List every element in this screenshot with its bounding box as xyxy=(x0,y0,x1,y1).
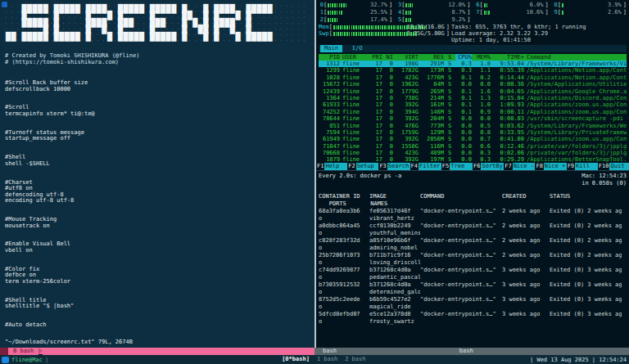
cell-s: S xyxy=(446,61,453,67)
cell-image: b371268c4d0a xyxy=(369,267,420,274)
cell-command: /Applications/Notion.app/Conten xyxy=(527,74,627,81)
cell-pid: 1299 xyxy=(319,67,340,74)
process-row[interactable]: 15672 fline 17 0 1962G 84M S 0.0 0.0 0:0… xyxy=(319,81,627,88)
htop-tab[interactable]: Main xyxy=(320,45,342,52)
caption-active-window[interactable]: 0 bash xyxy=(8,348,38,355)
process-table-header[interactable]: PID USER PRI NI VIRT RES S CPU% MEM% TIM… xyxy=(319,54,627,61)
uptime-line: Uptime: 1 day, 01:41:50 xyxy=(451,37,627,43)
process-row[interactable]: 70668 fline 17 0 423G 489M S 0.0 0.3 0:0… xyxy=(319,150,627,156)
col-pri[interactable]: PRI xyxy=(371,54,382,61)
col-pid[interactable]: PID xyxy=(319,54,340,61)
cpu-meter: 7[10.6%] xyxy=(475,9,549,16)
process-row[interactable]: 1028 fline 17 0 423G 1776M S 0.1 0.2 0:1… xyxy=(319,74,627,81)
cell-user: fline xyxy=(342,129,369,136)
htop-pane[interactable]: 0[32.7%] 3[12.0%] 6[6.0%] 8[3.9%] 1[25.5… xyxy=(316,0,629,170)
cell-status: Exited (0) 2 weeks ago xyxy=(550,252,622,259)
cell-cpu: 0.0 xyxy=(455,123,472,129)
cell-virt: 1759G xyxy=(396,129,419,136)
caption-window-2[interactable]: bash xyxy=(459,348,473,355)
cell-user: fline xyxy=(342,150,369,156)
fkey-button[interactable]: F9Kill xyxy=(567,163,598,170)
docker-watch-pane[interactable]: Every 2.0s: docker ps -a Mac: 12:54:23 i… xyxy=(316,171,629,348)
col-user[interactable]: USER xyxy=(342,54,369,61)
caption-left-region[interactable]: 0 bash xyxy=(0,348,314,355)
cell-res: 146M xyxy=(421,109,444,115)
process-row[interactable]: 7594 fline 17 0 1759G 129M S 0.0 0.8 0:3… xyxy=(319,129,627,136)
process-row[interactable]: 74252 fline 17 0 394G 146M S 0.1 0.9 0:0… xyxy=(319,109,627,115)
process-row[interactable]: 71047 fline 17 0 1550G 116M S 0.0 0.6 0:… xyxy=(319,143,627,150)
cell-pri: 17 xyxy=(371,123,382,129)
screenrc-ascii-banner: █████ █████ ████ █████ █████ █ █ ████ ██… xyxy=(3,3,310,43)
cell-pri: 17 xyxy=(371,109,382,115)
cell-res: 2856M xyxy=(421,136,444,142)
cell-created: 3 weeks ago xyxy=(502,311,550,318)
fkey-button[interactable]: F2Setup xyxy=(347,163,378,170)
caption-right-region[interactable]: bash bash xyxy=(314,348,629,355)
fkey-label: SortBy xyxy=(481,163,504,170)
cell-status: Exited (0) 3 weeks ago xyxy=(550,296,622,303)
process-row[interactable]: 12439 fline 17 0 1779G 265M S 0.1 1.6 0:… xyxy=(319,88,627,95)
cell-s: S xyxy=(446,67,453,74)
cell-virt: 423G xyxy=(396,74,419,81)
cell-command: /Applications/Discord.app/Conte xyxy=(527,95,627,101)
cell-s: S xyxy=(446,150,453,156)
htop-tab[interactable]: I/O xyxy=(348,45,367,52)
fkey-button[interactable]: F10Quit xyxy=(598,163,629,170)
process-row[interactable]: 1364 fline 17 0 738G 214M S 0.1 1.3 0:15… xyxy=(319,95,627,101)
cell-pid: 1364 xyxy=(319,95,340,101)
window-tab[interactable]: 1 bash xyxy=(317,355,337,364)
cell-status: Exited (0) 2 weeks ago xyxy=(550,222,622,230)
col-s[interactable]: S xyxy=(446,54,453,61)
col-cpu-sort[interactable]: CPU% xyxy=(455,54,472,61)
col-mem[interactable]: MEM% xyxy=(474,54,491,61)
fkey-button[interactable]: F6SortBy xyxy=(473,163,504,170)
window-tab[interactable]: 2 bash xyxy=(345,355,365,364)
cell-res: 773M xyxy=(421,123,444,129)
process-row[interactable]: 851 fline 17 0 476G 773M S 0.0 0.5 0:03.… xyxy=(319,123,627,129)
session-icon xyxy=(2,357,9,363)
cell-pri: 17 xyxy=(371,101,382,108)
process-row[interactable]: 1312 fline 17 0 198G 291M S 0.3 1.8 9:53… xyxy=(319,61,627,67)
cell-image: b6b59c4527e2 xyxy=(369,296,420,303)
cpu-meter: 3[12.0%] xyxy=(396,2,470,8)
fkey-button[interactable]: F8Nice + xyxy=(535,163,566,170)
fkey-button[interactable]: F7Nice - xyxy=(504,163,535,170)
cpu-meter: 4[8.7%] xyxy=(396,9,470,16)
fkey-button[interactable]: F1Help xyxy=(316,163,347,170)
col-virt[interactable]: VIRT xyxy=(396,54,419,61)
window-tab[interactable]: [0*bash] xyxy=(282,355,310,364)
fkey-button[interactable]: F5Tree xyxy=(441,163,473,170)
cpu-meter: 2[17.4%] xyxy=(319,16,392,23)
cell-ni: 0 xyxy=(385,115,393,122)
cell-mem: 0.0 xyxy=(474,81,491,88)
cell-user: fline xyxy=(342,88,369,95)
credit-block: # Created by Tomoki SHISHIKURA (@fline)#… xyxy=(5,52,139,65)
process-table[interactable]: 1312 fline 17 0 198G 291M S 0.3 1.8 9:53… xyxy=(319,61,627,164)
process-row[interactable]: 1299 fline 17 0 1782G 173M S 0.3 1.1 0:5… xyxy=(319,67,627,74)
fkey-button[interactable]: F4Filter xyxy=(410,163,441,170)
cell-container-id: 8752d5c2eede xyxy=(319,296,369,303)
cell-virt: 423G xyxy=(396,150,419,156)
col-ni[interactable]: NI xyxy=(385,54,393,61)
cell-image: a05f10e96b6f xyxy=(369,237,420,245)
caption-window-1[interactable]: bash xyxy=(323,348,337,355)
caption-accent-segment xyxy=(0,348,8,355)
process-row[interactable]: 61933 fline 17 0 392G 161M S 0.1 1.0 1:0… xyxy=(319,101,627,108)
process-row[interactable]: 61949 fline 17 0 392G 2856M S 0.0 0.7 0:… xyxy=(319,136,627,142)
col-res[interactable]: RES xyxy=(421,54,444,61)
process-row[interactable]: 78644 fline 17 0 392G 204M S 0.0 0.0 0:0… xyxy=(319,115,627,122)
cell-ni: 0 xyxy=(385,150,393,156)
cell-mem: 1.3 xyxy=(474,95,491,101)
mem-label: Mem xyxy=(319,24,329,30)
cell-name: admiring_nobel xyxy=(369,245,420,252)
fkey-button[interactable]: F3Search xyxy=(378,163,410,170)
vim-pane[interactable]: █████ █████ ████ █████ █████ █ █ ████ ██… xyxy=(0,0,314,348)
col-time[interactable]: TIME+ xyxy=(493,54,524,61)
cell-user: fline xyxy=(342,123,369,129)
cell-name: loving_driscoll xyxy=(369,259,420,267)
vim-buffer[interactable]: #Scroll Back buffer sizedefscrollback 10… xyxy=(5,80,95,329)
col-command[interactable]: Command xyxy=(527,54,627,61)
terminal-screen: █████ █████ ████ █████ █████ █ █ ████ ██… xyxy=(0,0,629,364)
cell-created: 2 weeks ago xyxy=(502,252,550,259)
cell-mem: 0.5 xyxy=(474,123,491,129)
